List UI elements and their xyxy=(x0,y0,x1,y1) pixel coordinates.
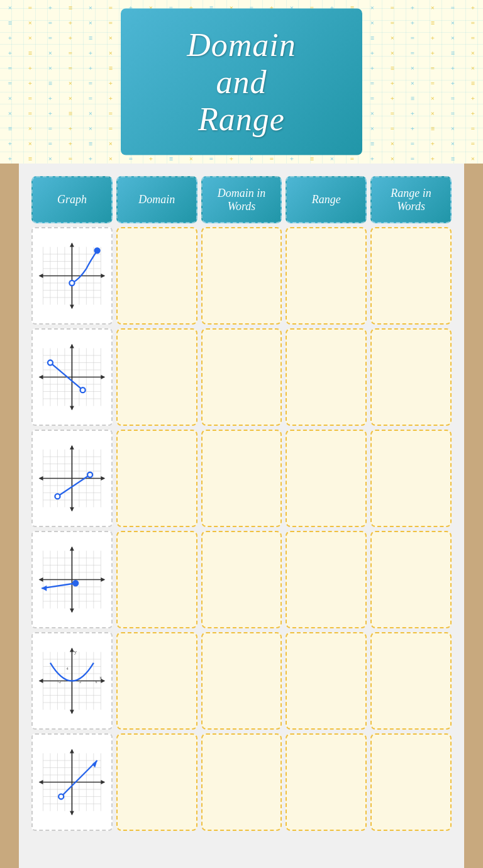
col-header-range-words: Range in Words xyxy=(370,176,452,223)
table-row xyxy=(31,531,452,628)
svg-marker-97 xyxy=(42,586,47,591)
answer-range-words-1[interactable] xyxy=(370,227,452,325)
svg-marker-42 xyxy=(70,344,74,348)
svg-marker-67 xyxy=(70,445,74,450)
svg-marker-117 xyxy=(70,648,74,652)
answer-domain-4[interactable] xyxy=(116,531,197,628)
graph-6 xyxy=(31,733,113,831)
table: Graph Domain Domain in Words Range Range… xyxy=(31,176,452,831)
svg-marker-147 xyxy=(101,780,105,784)
answer-range-2[interactable] xyxy=(286,328,367,426)
answer-range-3[interactable] xyxy=(286,430,367,527)
table-header: Graph Domain Domain in Words Range Range… xyxy=(31,176,452,223)
svg-marker-44 xyxy=(101,375,105,379)
svg-text:-2: -2 xyxy=(57,679,61,684)
answer-domain-2[interactable] xyxy=(116,328,197,426)
svg-text:x: x xyxy=(99,674,103,681)
answer-range-5[interactable] xyxy=(286,632,367,730)
svg-marker-45 xyxy=(39,375,43,379)
page-title: Domain and Range xyxy=(187,27,296,137)
answer-domain-words-2[interactable] xyxy=(201,328,282,426)
graph-3 xyxy=(31,430,113,527)
svg-marker-95 xyxy=(39,577,43,582)
svg-point-22 xyxy=(69,281,74,286)
svg-marker-69 xyxy=(101,476,105,481)
svg-marker-20 xyxy=(101,274,105,278)
svg-marker-19 xyxy=(70,304,74,309)
col-header-range: Range xyxy=(286,176,367,223)
answer-domain-5[interactable] xyxy=(116,632,197,730)
svg-marker-93 xyxy=(70,608,74,613)
svg-text:4: 4 xyxy=(66,666,69,670)
answer-range-1[interactable] xyxy=(286,227,367,325)
answer-domain-6[interactable] xyxy=(116,733,197,831)
table-row xyxy=(31,328,452,426)
answer-domain-words-3[interactable] xyxy=(201,430,282,527)
answer-domain-1[interactable] xyxy=(116,227,197,325)
answer-domain-words-1[interactable] xyxy=(201,227,282,325)
svg-marker-118 xyxy=(70,709,74,714)
svg-marker-146 xyxy=(70,811,74,815)
svg-marker-18 xyxy=(70,243,74,247)
svg-point-47 xyxy=(48,360,53,365)
svg-point-73 xyxy=(55,494,60,499)
answer-range-4[interactable] xyxy=(286,531,367,628)
answer-range-words-6[interactable] xyxy=(370,733,452,831)
table-row xyxy=(31,227,452,325)
answer-range-words-2[interactable] xyxy=(370,328,452,426)
graph-5: y x 4 -2 2 x xyxy=(31,632,113,730)
table-row: y x 4 -2 2 x xyxy=(31,632,452,730)
table-row xyxy=(31,430,452,527)
graph-4 xyxy=(31,531,113,628)
title-banner: Domain and Range xyxy=(121,9,362,155)
answer-domain-words-5[interactable] xyxy=(201,632,282,730)
svg-point-98 xyxy=(73,581,78,586)
svg-marker-148 xyxy=(39,780,43,784)
answer-range-6[interactable] xyxy=(286,733,367,831)
svg-marker-145 xyxy=(70,749,74,754)
answer-domain-3[interactable] xyxy=(116,430,197,527)
svg-line-46 xyxy=(50,363,83,391)
answer-range-words-4[interactable] xyxy=(370,531,452,628)
graph-2 xyxy=(31,328,113,426)
svg-text:y: y xyxy=(74,648,77,655)
col-header-graph: Graph xyxy=(31,176,113,223)
svg-text:x: x xyxy=(95,679,97,684)
svg-point-48 xyxy=(80,387,86,392)
col-header-domain: Domain xyxy=(116,176,197,223)
svg-marker-120 xyxy=(39,679,43,683)
svg-point-72 xyxy=(87,472,92,477)
svg-marker-68 xyxy=(70,507,74,511)
answer-range-words-5[interactable] xyxy=(370,632,452,730)
answer-domain-words-6[interactable] xyxy=(201,733,282,831)
graph-1 xyxy=(31,227,113,325)
svg-marker-70 xyxy=(39,476,43,481)
answer-domain-words-4[interactable] xyxy=(201,531,282,628)
header-background: ×=+≡×=+×=+≡×=+×=+≡×=+×=+≡×=+×=+≡×=+×=+≡×… xyxy=(0,0,483,164)
col-header-domain-words: Domain in Words xyxy=(201,176,282,223)
svg-point-151 xyxy=(58,794,64,799)
svg-marker-21 xyxy=(39,274,43,278)
svg-line-96 xyxy=(42,583,75,588)
main-content: Graph Domain Domain in Words Range Range… xyxy=(19,164,464,868)
answer-range-words-3[interactable] xyxy=(370,430,452,527)
svg-marker-92 xyxy=(70,547,74,551)
table-row xyxy=(31,733,452,831)
svg-marker-43 xyxy=(70,406,74,410)
svg-marker-94 xyxy=(101,577,105,582)
svg-point-23 xyxy=(95,248,100,253)
svg-marker-150 xyxy=(92,760,97,767)
svg-text:2: 2 xyxy=(79,679,82,684)
